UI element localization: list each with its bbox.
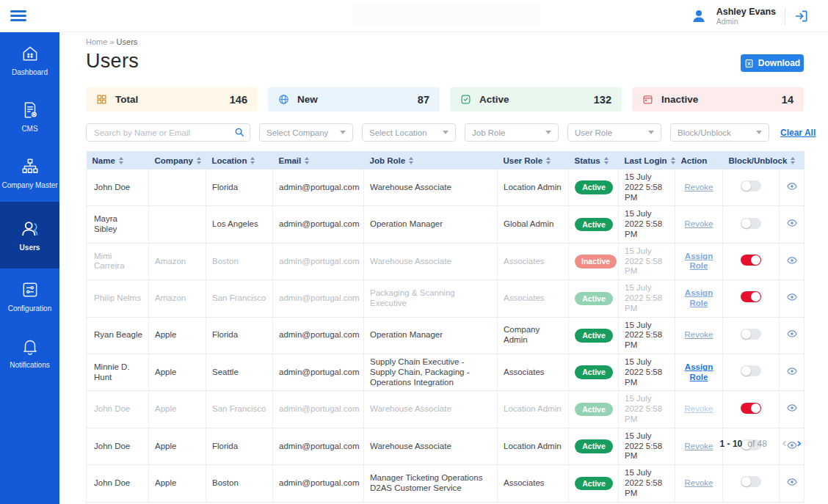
eye-icon[interactable]	[787, 181, 797, 191]
sort-icon[interactable]	[604, 157, 609, 164]
column-label: Job Role	[370, 156, 406, 165]
eye-icon[interactable]	[787, 477, 797, 487]
logout-icon[interactable]	[794, 9, 809, 23]
table-header: NameCompanyLocationEmailJob RoleUser Rol…	[87, 151, 805, 169]
column-label: Status	[575, 156, 600, 165]
sort-icon[interactable]	[671, 157, 675, 164]
sidebar: Dashboard CMS Company Master Users Confi…	[0, 32, 59, 504]
cell-job-role: Warehouse Associate	[364, 243, 498, 280]
logo-placeholder	[352, 4, 540, 26]
revoke-link[interactable]: Revoke	[685, 183, 713, 191]
cell-company: Apple	[149, 354, 206, 390]
cell-action: Assign Role	[675, 280, 723, 317]
breadcrumb-home[interactable]: Home	[86, 37, 107, 46]
assign-role-link[interactable]: Assign Role	[685, 288, 713, 307]
calendar-icon	[642, 94, 653, 105]
eye-icon[interactable]	[787, 329, 797, 339]
block-toggle[interactable]	[741, 255, 761, 266]
sort-icon[interactable]	[250, 157, 255, 164]
cell-action: Assign Role	[675, 243, 723, 280]
status-badge: Active	[575, 365, 613, 379]
cell-status: Active	[569, 354, 619, 390]
eye-icon[interactable]	[787, 366, 797, 376]
table-row: Ryan BeagleAppleFloridaadmin@portugal.co…	[87, 317, 805, 354]
cell-company: Amazon	[149, 280, 206, 317]
block-unblock-dropdown[interactable]: Block/Unblock	[670, 123, 769, 142]
assign-role-link[interactable]: Assign Role	[685, 252, 713, 271]
sort-icon[interactable]	[119, 157, 123, 164]
table-row: Mayra SibleyLos Angelesadmin@portugal.co…	[87, 206, 805, 243]
status-badge: Inactive	[575, 255, 617, 269]
column-header: Job Role	[364, 151, 498, 169]
stats-row: Total 146 New 87 Active 132 Inactive 14	[86, 87, 804, 112]
block-toggle[interactable]	[741, 329, 761, 340]
page-title: Users	[86, 50, 139, 73]
block-toggle[interactable]	[741, 218, 761, 229]
cell-status: Active	[569, 391, 619, 428]
column-header: Email	[273, 151, 364, 169]
sort-icon[interactable]	[305, 157, 309, 164]
cell-block-unblock	[723, 280, 780, 317]
select-location-dropdown[interactable]: Select Location	[362, 123, 456, 142]
eye-icon[interactable]	[787, 403, 797, 413]
revoke-link[interactable]: Revoke	[685, 478, 713, 487]
breadcrumb-separator: »	[109, 37, 114, 46]
cell-user-role: Associates	[498, 280, 569, 317]
cell-block-unblock	[723, 465, 780, 502]
block-toggle[interactable]	[741, 403, 761, 414]
stat-card-total: Total 146	[86, 87, 258, 112]
pagination-next-icon[interactable]: ›	[794, 437, 804, 450]
sidebar-item-configuration[interactable]: Configuration	[0, 269, 59, 325]
org-chart-icon	[21, 157, 40, 176]
download-button[interactable]: Download	[741, 54, 804, 72]
sidebar-item-dashboard[interactable]: Dashboard	[0, 32, 59, 89]
clear-all-link[interactable]: Clear All	[780, 128, 816, 138]
search-input[interactable]	[86, 123, 250, 142]
eye-icon[interactable]	[787, 218, 797, 228]
job-role-dropdown[interactable]: Job Role	[465, 123, 559, 142]
revoke-link[interactable]: Revoke	[685, 330, 713, 339]
cell-company: Apple	[149, 391, 206, 428]
cell-block-unblock	[723, 169, 780, 206]
block-toggle[interactable]	[741, 180, 761, 191]
block-toggle[interactable]	[741, 476, 761, 487]
sidebar-item-cms[interactable]: CMS	[0, 89, 59, 145]
column-header: Block/Unblock	[723, 151, 780, 169]
menu-icon[interactable]	[10, 8, 26, 23]
table-row: John DoeAppleBostonadmin@portugal.comMan…	[87, 465, 805, 502]
sort-icon[interactable]	[546, 157, 551, 164]
sort-icon[interactable]	[791, 157, 795, 164]
dashboard-icon	[21, 44, 40, 63]
sidebar-item-notifications[interactable]: Notifications	[0, 325, 59, 381]
dropdown-value: User Role	[575, 128, 612, 137]
cell-status: Active	[569, 169, 619, 206]
sidebar-item-company-master[interactable]: Company Master	[0, 145, 59, 202]
cell-user-role: Associates	[498, 465, 569, 502]
sidebar-item-label: Notifications	[10, 361, 49, 370]
select-company-dropdown[interactable]: Select Company	[259, 123, 353, 142]
search-icon[interactable]	[234, 127, 244, 137]
user-role-dropdown[interactable]: User Role	[567, 123, 661, 142]
cell-status: Active	[569, 465, 619, 502]
cell-email: admin@portugal.com	[273, 465, 364, 502]
block-toggle[interactable]	[741, 365, 761, 376]
revoke-link[interactable]: Revoke	[685, 219, 713, 228]
eye-icon[interactable]	[787, 255, 797, 266]
pagination-prev-icon[interactable]: ‹	[780, 437, 789, 450]
eye-icon[interactable]	[787, 292, 797, 302]
cell-action: Revoke	[675, 317, 723, 354]
cell-company: Amazon	[149, 243, 206, 280]
revoke-link[interactable]: Revoke	[685, 404, 713, 413]
stat-label: Total	[115, 94, 138, 105]
sort-icon[interactable]	[197, 157, 201, 164]
user-menu[interactable]: Ashley Evans Admin	[690, 0, 809, 32]
cell-job-role: Operation Manager	[364, 206, 498, 243]
check-icon	[460, 94, 471, 105]
sidebar-item-users[interactable]: Users	[0, 202, 59, 269]
sort-icon[interactable]	[409, 157, 413, 164]
cell-job-role: Warehouse Associate	[364, 391, 498, 428]
column-label: Block/Unblock	[729, 156, 788, 165]
block-toggle[interactable]	[741, 291, 761, 302]
excel-icon	[744, 59, 754, 68]
assign-role-link[interactable]: Assign Role	[685, 362, 713, 381]
